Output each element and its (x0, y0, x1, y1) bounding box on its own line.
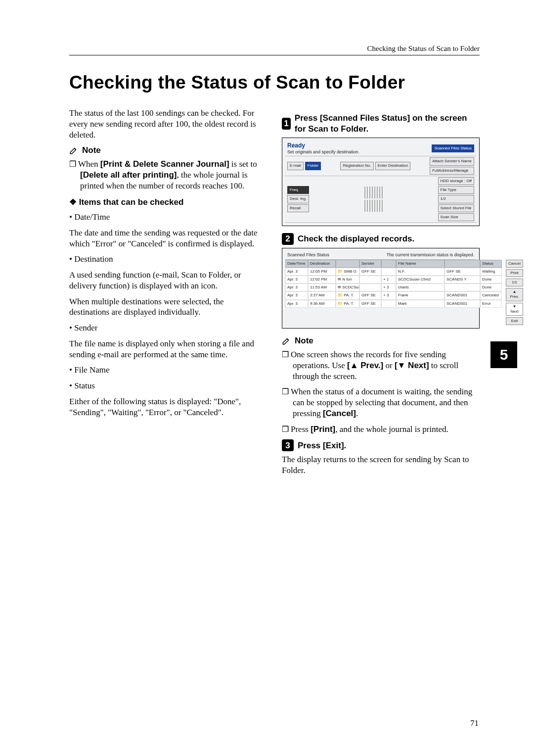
step-2-badge: 2 (282, 233, 294, 245)
shot2-subtitle: The current transmission status is displ… (386, 252, 474, 258)
pencil-icon (69, 146, 78, 155)
left-column: The status of the last 100 sendings can … (69, 108, 265, 481)
left-note-item: When [Print & Delete Scanner Journal] is… (69, 159, 265, 191)
item-datetime-head: Date/Time (69, 212, 265, 223)
shot1-ready: Ready (287, 142, 305, 149)
note-label-text: Note (82, 145, 101, 156)
item-datetime-body: The date and time the sending was reques… (69, 228, 265, 249)
right-column: 1 Press [Scanned Files Status] on the sc… (282, 108, 480, 481)
item-sender-head: Sender (69, 323, 265, 333)
step-3-body: The display returns to the screen for se… (282, 454, 480, 476)
table-row[interactable]: Apr. 39:36 AM📁 PA. T.GFF SEMarkSCANDS01E… (285, 300, 502, 308)
shot1-attach[interactable]: Attach Sender's Name (430, 157, 474, 165)
col-filename: File Name (396, 260, 445, 268)
step-1-badge: 1 (282, 118, 291, 130)
col-status: Status (480, 260, 502, 268)
table-row[interactable]: Apr. 312:02 PM✉ N fun+ 1SCDCSuser-15m2SC… (285, 276, 502, 284)
scanned-files-status-tab[interactable]: Scanned Files Status (432, 144, 474, 152)
note-heading-left: Note (69, 145, 265, 156)
running-head: Checking the Status of Scan to Folder (69, 45, 480, 55)
shot1-tab-folder[interactable]: Folder (305, 162, 321, 170)
pencil-icon (282, 336, 291, 345)
table-row[interactable]: Apr. 32:27 AM📁 PA. T.GFF SE+ 3FrankSCAND… (285, 291, 502, 299)
right-note-3: Press [Print], and the whole journal is … (282, 424, 480, 435)
shot1-scansize[interactable]: Scan Size (438, 213, 474, 221)
item-destination-body2: When multiple destinations were selected… (69, 296, 265, 318)
page-title: Checking the Status of Scan to Folder (69, 72, 480, 93)
shot1-filetype[interactable]: File Type (438, 186, 474, 194)
table-row[interactable]: Apr. 312:05 PM📁 SMB GGFF SEN.F.GFF SEWai… (285, 268, 502, 276)
step-3-badge: 3 (282, 439, 294, 451)
shot1-enterdest[interactable]: Enter Destination (375, 162, 410, 170)
shot2-title: Scanned Files Status (287, 252, 329, 258)
item-sender-body: The file name is displayed only when sto… (69, 338, 265, 360)
table-row[interactable]: Apr. 311:53 AM✉ SCDCSuser-15m 4+ 3charts… (285, 284, 502, 291)
item-destination-body1: A used sending function (e-mail, Scan to… (69, 270, 265, 291)
item-filename-head: File Name (69, 365, 265, 376)
intro-paragraph: The status of the last 100 sendings can … (69, 108, 265, 140)
right-note-2: When the status of a document is waiting… (282, 386, 480, 419)
shot1-tab-email[interactable]: E-mail (287, 162, 304, 170)
next-button[interactable]: ▼ Next (506, 303, 523, 316)
step-3: 3 Press [Exit]. (282, 439, 480, 451)
note-heading-right: Note (282, 335, 480, 346)
item-status-body: Either of the following status is displa… (69, 396, 265, 418)
exit-button[interactable]: Exit (506, 317, 523, 325)
step-1: 1 Press [Scanned Files Status] on the sc… (282, 113, 480, 135)
shot1-addrmanage[interactable]: FullAddress/Manage (430, 167, 474, 175)
print-button[interactable]: Print (506, 269, 523, 277)
shot1-regno[interactable]: Registration No. (340, 162, 373, 170)
chapter-thumb-tab: 5 (490, 341, 517, 368)
items-heading: Items that can be checked (69, 197, 265, 208)
cancel-button[interactable]: Cancel (506, 260, 523, 268)
item-status-head: Status (69, 380, 265, 391)
screenshot-scan-screen: Ready Set originals and specify destinat… (282, 138, 480, 227)
prev-button[interactable]: ▲ Prev. (506, 288, 523, 301)
shot1-hdd[interactable]: HDD storage : Off (438, 177, 474, 185)
shot1-freq[interactable]: Freq. (287, 186, 309, 194)
shot1-stored[interactable]: Select Stored File (438, 204, 474, 212)
shot1-destiny[interactable]: Dest. Ing. (287, 195, 309, 203)
step-2: 2 Check the displayed records. (282, 233, 480, 245)
shot1-recall[interactable]: Recall (287, 204, 309, 212)
shot1-subtitle: Set originals and specify destination. (287, 149, 359, 154)
shot1-pager[interactable]: 1/2 (438, 195, 474, 203)
right-note-1: One screen shows the records for five se… (282, 349, 480, 381)
page-number: 71 (470, 718, 479, 728)
col-destination: Destination (308, 260, 336, 268)
col-datetime: Date/Time (285, 260, 308, 268)
screenshot-status-table: Scanned Files Status The current transmi… (282, 248, 480, 329)
page-indicator: 1/1 (506, 279, 523, 286)
item-destination-head: Destination (69, 254, 265, 265)
col-sender: Sender (359, 260, 381, 268)
note-label-text: Note (295, 335, 313, 346)
